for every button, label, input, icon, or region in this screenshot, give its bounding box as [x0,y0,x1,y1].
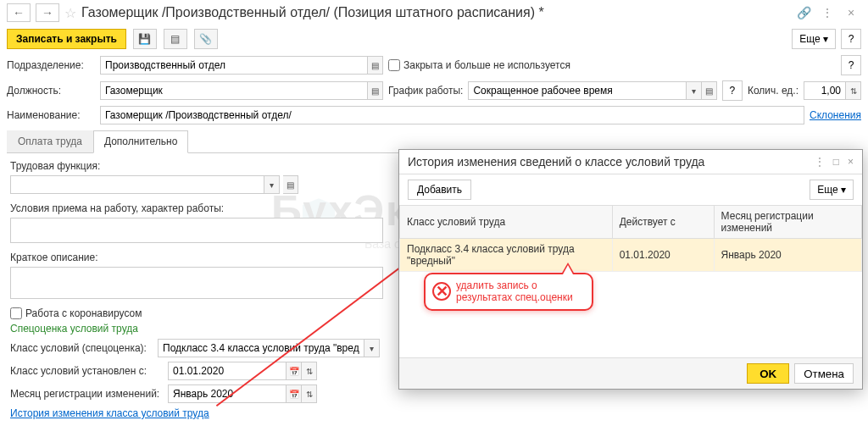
calendar-icon[interactable]: 📅 [287,384,302,403]
kebab-icon[interactable]: ⋮ [817,3,837,22]
covid-checkbox[interactable]: Работа с коронавирусом [10,307,380,319]
save-close-button[interactable]: Записать и закрыть [7,29,126,49]
forward-button[interactable]: → [36,3,59,22]
name-input[interactable] [100,106,804,124]
cancel-button[interactable]: Отмена [794,363,854,384]
calendar-icon[interactable]: 📅 [287,362,302,380]
help-sched-button[interactable]: ? [722,80,743,101]
star-icon[interactable]: ☆ [64,5,76,21]
class-input[interactable] [158,339,364,357]
qty-input[interactable] [804,81,846,100]
list-button[interactable]: ▤ [164,29,187,49]
col-class[interactable]: Класс условий труда [400,206,613,239]
spinner-icon[interactable]: ⇅ [846,81,861,100]
labor-func-label: Трудовая функция: [10,160,380,172]
table-row[interactable]: Подкласс 3.4 класса условий труда "вредн… [400,239,862,272]
help-dept-button[interactable]: ? [841,55,861,75]
annotation-callout: ✕ удалить запись о результатах спец.оцен… [424,273,593,311]
month-label: Месяц регистрации изменений: [10,388,163,400]
schedule-input[interactable] [468,81,686,100]
history-dialog: История изменения сведений о классе усло… [398,149,863,390]
position-label: Должность: [7,85,95,97]
hire-cond-label: Условия приема на работу, характер работ… [10,202,380,214]
back-button[interactable]: ← [7,3,31,22]
labor-func-input[interactable] [10,175,264,194]
open-icon[interactable]: ▤ [368,81,383,100]
ok-button[interactable]: OK [747,363,789,384]
sout-header: Спецоценка условий труда [10,323,380,335]
col-month[interactable]: Месяц регистрации изменений [714,206,861,239]
hire-cond-input[interactable] [10,218,383,243]
open-icon[interactable]: ▤ [283,175,298,194]
name-label: Наименование: [7,109,95,121]
open-icon[interactable]: ▤ [368,56,383,75]
window-title: Газомерщик /Производственный отдел/ (Поз… [81,5,544,20]
add-button[interactable]: Добавить [408,180,471,200]
tab-payment[interactable]: Оплата труда [7,130,93,152]
dialog-title: История изменения сведений о классе усло… [408,155,704,169]
short-desc-input[interactable] [10,267,383,299]
dialog-more-button[interactable]: Еще ▾ [810,180,854,200]
short-desc-label: Краткое описание: [10,252,380,263]
window-icon[interactable]: □ [833,156,839,168]
dropdown-icon[interactable]: ▾ [687,81,702,100]
from-label: Класс условий установлен с: [10,365,163,377]
save-button[interactable]: 💾 [133,29,157,49]
tab-additional[interactable]: Дополнительно [93,130,188,153]
from-input[interactable] [168,362,287,380]
link-icon[interactable]: 🔗 [793,3,814,22]
spinner-icon[interactable]: ⇅ [302,384,317,403]
history-link[interactable]: История изменения класса условий труда [10,407,209,419]
delete-x-icon: ✕ [432,282,451,301]
history-table: Класс условий труда Действует с Месяц ре… [399,205,862,272]
schedule-label: График работы: [388,85,463,97]
closed-checkbox[interactable]: Закрыта и больше не используется [388,59,570,71]
dropdown-icon[interactable]: ▾ [264,175,280,194]
spinner-icon[interactable]: ⇅ [302,362,317,380]
callout-text: удалить запись о результатах спец.оценки [456,279,585,304]
qty-label: Колич. ед.: [748,85,798,97]
kebab-icon[interactable]: ⋮ [815,156,825,168]
month-input[interactable] [168,384,287,403]
col-from[interactable]: Действует с [612,206,714,239]
more-button[interactable]: Еще ▾ [792,29,836,49]
class-label: Класс условий (спецоценка): [10,342,153,354]
department-label: Подразделение: [7,59,95,71]
declensions-link[interactable]: Склонения [810,109,861,121]
open-icon[interactable]: ▤ [702,81,717,100]
attach-button[interactable]: 📎 [194,29,218,49]
position-input[interactable] [100,81,368,100]
help-button[interactable]: ? [841,29,861,49]
department-input[interactable] [100,56,368,75]
dropdown-icon[interactable]: ▾ [364,339,380,357]
close-icon[interactable]: × [841,3,861,22]
close-icon[interactable]: × [848,156,854,168]
